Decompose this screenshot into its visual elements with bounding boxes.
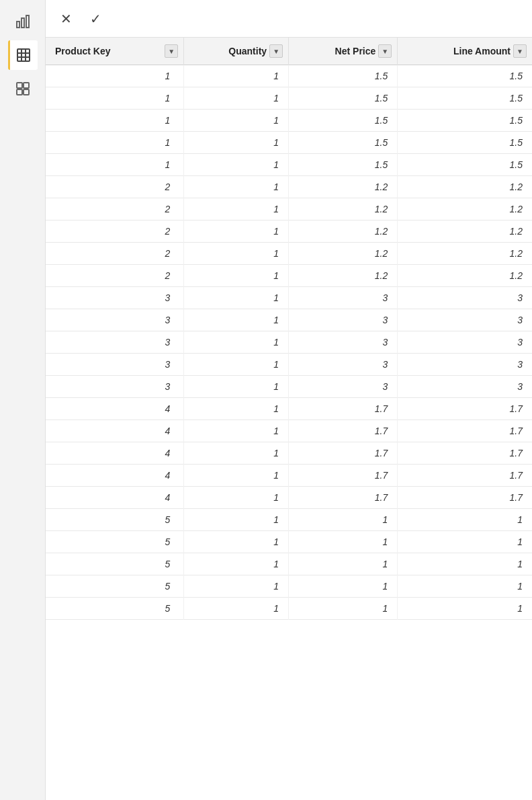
table-row: 411.71.7 (46, 465, 532, 487)
cell-line_amount: 1 (398, 509, 532, 531)
filter-btn-net-price[interactable]: ▼ (378, 44, 392, 58)
cell-product_key: 5 (46, 509, 184, 531)
cell-line_amount: 1.2 (398, 198, 532, 221)
cell-product_key: 4 (46, 442, 184, 465)
table-row: 111.51.5 (46, 87, 532, 110)
table-row: 211.21.2 (46, 265, 532, 287)
cell-line_amount: 1.2 (398, 176, 532, 198)
cell-product_key: 1 (46, 132, 184, 154)
cell-net_price: 3 (289, 309, 398, 331)
cell-product_key: 5 (46, 531, 184, 553)
cell-line_amount: 3 (398, 376, 532, 398)
cell-quantity: 1 (184, 176, 289, 198)
cell-net_price: 1.2 (289, 221, 398, 243)
sidebar-icon-chart[interactable] (8, 7, 38, 36)
cell-quantity: 1 (184, 198, 289, 221)
cell-product_key: 2 (46, 176, 184, 198)
table-row: 5111 (46, 575, 532, 598)
cell-line_amount: 1 (398, 575, 532, 598)
cell-line_amount: 1.2 (398, 243, 532, 265)
column-header-line-amount: Line Amount ▼ (398, 38, 532, 65)
column-header-product-key: Product Key ▼ (46, 38, 184, 65)
cell-net_price: 3 (289, 354, 398, 376)
table-row: 3133 (46, 376, 532, 398)
cell-quantity: 1 (184, 287, 289, 309)
cell-line_amount: 1.7 (398, 465, 532, 487)
cell-net_price: 3 (289, 376, 398, 398)
table-row: 411.71.7 (46, 420, 532, 442)
table-row: 211.21.2 (46, 198, 532, 221)
cell-quantity: 1 (184, 598, 289, 620)
cell-quantity: 1 (184, 509, 289, 531)
cell-line_amount: 1.7 (398, 442, 532, 465)
cell-product_key: 3 (46, 376, 184, 398)
cell-quantity: 1 (184, 132, 289, 154)
table-body: 111.51.5111.51.5111.51.5111.51.5111.51.5… (46, 65, 532, 620)
cell-line_amount: 1.7 (398, 420, 532, 442)
table-row: 3133 (46, 309, 532, 331)
sidebar (0, 0, 46, 800)
cell-product_key: 3 (46, 331, 184, 354)
svg-rect-3 (17, 49, 30, 61)
cell-product_key: 3 (46, 287, 184, 309)
cell-product_key: 1 (46, 110, 184, 132)
cell-product_key: 1 (46, 154, 184, 176)
cell-net_price: 1.5 (289, 110, 398, 132)
cell-net_price: 1.5 (289, 65, 398, 87)
cell-product_key: 1 (46, 65, 184, 87)
cell-net_price: 1 (289, 509, 398, 531)
cell-product_key: 5 (46, 598, 184, 620)
cell-quantity: 1 (184, 309, 289, 331)
cell-product_key: 4 (46, 465, 184, 487)
cell-line_amount: 1.7 (398, 398, 532, 420)
cell-net_price: 1.5 (289, 132, 398, 154)
cell-product_key: 2 (46, 198, 184, 221)
column-header-quantity: Quantity ▼ (184, 38, 289, 65)
table-row: 5111 (46, 598, 532, 620)
table-header-row: Product Key ▼ Quantity ▼ (46, 38, 532, 65)
cell-quantity: 1 (184, 154, 289, 176)
cell-quantity: 1 (184, 376, 289, 398)
table-row: 3133 (46, 287, 532, 309)
cell-net_price: 1.2 (289, 265, 398, 287)
cell-net_price: 1.5 (289, 154, 398, 176)
cell-quantity: 1 (184, 487, 289, 509)
cell-product_key: 2 (46, 265, 184, 287)
table-row: 111.51.5 (46, 154, 532, 176)
main-content: ✕ ✓ Product Key ▼ Q (46, 0, 532, 800)
cell-quantity: 1 (184, 442, 289, 465)
table-row: 5111 (46, 509, 532, 531)
cell-line_amount: 1.5 (398, 65, 532, 87)
sidebar-icon-matrix[interactable] (8, 74, 38, 104)
column-header-net-price: Net Price ▼ (289, 38, 398, 65)
svg-rect-10 (17, 89, 22, 95)
cell-quantity: 1 (184, 354, 289, 376)
sidebar-icon-table[interactable] (8, 40, 38, 70)
cell-product_key: 2 (46, 243, 184, 265)
cell-quantity: 1 (184, 331, 289, 354)
cell-quantity: 1 (184, 65, 289, 87)
table-wrapper: Product Key ▼ Quantity ▼ (46, 38, 532, 800)
cell-line_amount: 1 (398, 598, 532, 620)
cell-line_amount: 1.5 (398, 154, 532, 176)
filter-btn-quantity[interactable]: ▼ (269, 44, 283, 58)
svg-rect-1 (21, 18, 24, 28)
table-row: 211.21.2 (46, 221, 532, 243)
cell-net_price: 1.7 (289, 442, 398, 465)
table-row: 111.51.5 (46, 132, 532, 154)
cell-line_amount: 1.2 (398, 221, 532, 243)
filter-btn-line-amount[interactable]: ▼ (513, 44, 527, 58)
confirm-button[interactable]: ✓ (83, 7, 107, 31)
cell-net_price: 3 (289, 287, 398, 309)
cell-quantity: 1 (184, 87, 289, 110)
filter-btn-product-key[interactable]: ▼ (165, 44, 178, 58)
cell-line_amount: 1.5 (398, 132, 532, 154)
cell-product_key: 1 (46, 87, 184, 110)
table-row: 111.51.5 (46, 110, 532, 132)
cell-quantity: 1 (184, 398, 289, 420)
close-button[interactable]: ✕ (54, 7, 78, 31)
cell-line_amount: 1.5 (398, 110, 532, 132)
data-table: Product Key ▼ Quantity ▼ (46, 38, 532, 620)
cell-net_price: 1 (289, 531, 398, 553)
cell-line_amount: 3 (398, 309, 532, 331)
